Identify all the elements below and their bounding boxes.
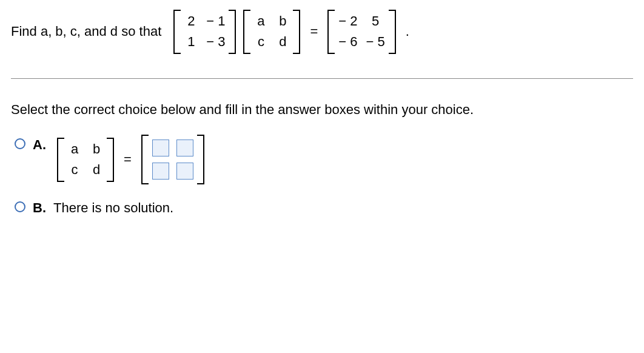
choice-a-label: A. (33, 137, 47, 153)
matrix-1: 2 − 1 1 − 3 (173, 10, 236, 54)
choice-b: B. There is no solution. (15, 198, 633, 216)
matrix-3: − 2 5 − 6 − 5 (327, 10, 395, 54)
choice-a-equals: = (124, 152, 132, 167)
ca-m-r2c1: c (68, 162, 81, 178)
choice-a-body: a b c d = (53, 135, 208, 184)
question-lead: Find a, b, c, and d so that (11, 24, 161, 39)
m3-r1c1: − 2 (338, 13, 357, 29)
choices: A. a b c d = (11, 135, 633, 216)
m3-r2c2: − 5 (366, 34, 385, 50)
choice-a: A. a b c d = (15, 135, 633, 184)
choice-b-text: There is no solution. (53, 200, 173, 216)
answer-input-r2c1[interactable] (152, 163, 169, 180)
m1-r2c1: 1 (184, 34, 198, 50)
ca-m-r1c1: a (68, 141, 81, 157)
choice-b-label: B. (33, 200, 47, 216)
m1-r2c2: − 3 (206, 34, 225, 50)
m3-r1c2: 5 (369, 13, 382, 29)
m1-r1c2: − 1 (206, 13, 225, 29)
ca-m-r1c2: b (90, 141, 103, 157)
period: . (406, 24, 409, 39)
m2-r1c2: b (276, 13, 289, 29)
separator (11, 78, 633, 79)
radio-a[interactable] (15, 138, 25, 149)
m2-r2c1: c (254, 34, 267, 50)
m3-r2c1: − 6 (338, 34, 357, 50)
radio-b[interactable] (15, 201, 25, 212)
choice-a-left-matrix: a b c d (57, 138, 114, 182)
instruction-text: Select the correct choice below and fill… (11, 102, 633, 118)
answer-input-r1c1[interactable] (152, 140, 169, 156)
answer-input-r1c2[interactable] (176, 140, 193, 156)
m2-r2c2: d (276, 34, 289, 50)
equals-sign: = (310, 24, 318, 39)
m2-r1c1: a (254, 13, 267, 29)
answer-input-r2c2[interactable] (176, 163, 193, 180)
matrix-2: a b c d (243, 10, 300, 54)
ca-m-r2c2: d (90, 162, 103, 178)
m1-r1c1: 2 (184, 13, 198, 29)
choice-a-answer-matrix (141, 135, 204, 184)
question-row: Find a, b, c, and d so that 2 − 1 1 − 3 … (11, 10, 633, 54)
